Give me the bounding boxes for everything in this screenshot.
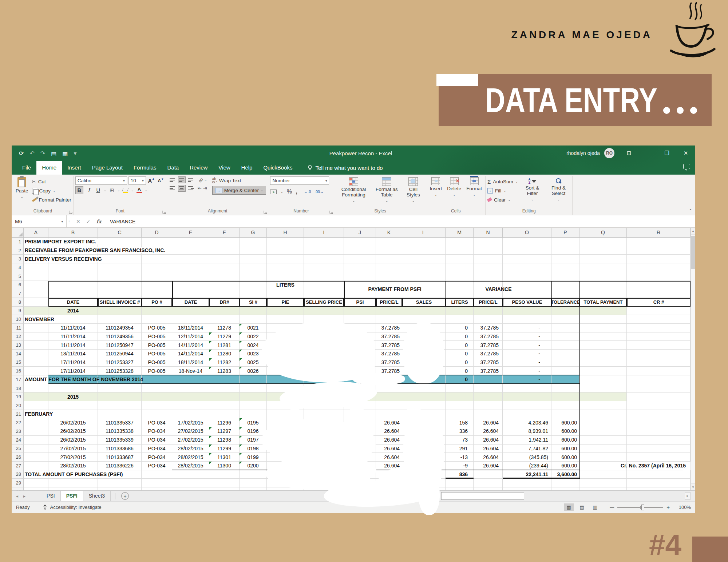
cell-J17[interactable]: [344, 375, 376, 384]
cell-N10[interactable]: [474, 315, 503, 324]
cell-G30[interactable]: [240, 487, 267, 490]
cell-D19[interactable]: [142, 392, 172, 401]
cell-R28[interactable]: [627, 470, 691, 479]
cell-J22[interactable]: [344, 418, 376, 427]
cell-Q7[interactable]: [579, 289, 627, 298]
tell-me-box[interactable]: Tell me what you want to do: [308, 165, 383, 171]
cell-G4[interactable]: [240, 263, 267, 272]
cell-N24[interactable]: 26.604: [474, 436, 503, 445]
cell-P19[interactable]: [551, 392, 579, 401]
cell-Q9[interactable]: [579, 307, 627, 315]
cell-P14[interactable]: [551, 350, 579, 358]
cell-H27[interactable]: [267, 462, 304, 470]
decrease-decimal-icon[interactable]: .00→: [314, 190, 324, 194]
cell-J11[interactable]: [344, 324, 376, 332]
borders-button[interactable]: ⊞: [108, 186, 116, 194]
cell-K21[interactable]: [376, 410, 402, 419]
cell-B11[interactable]: 11/11/2014: [48, 324, 98, 332]
formula-input[interactable]: VARIANCE: [106, 215, 695, 227]
cell-O1[interactable]: [503, 238, 551, 246]
cell-N21[interactable]: [474, 410, 503, 419]
cell-Q29[interactable]: [579, 479, 627, 487]
cell-K8[interactable]: PRICE/L: [376, 298, 402, 307]
cell-G17[interactable]: [240, 375, 267, 384]
menu-tab-page-layout[interactable]: Page Layout: [87, 161, 128, 175]
cell-O9[interactable]: [503, 307, 551, 315]
cell-K4[interactable]: [376, 263, 402, 272]
cell-I17[interactable]: [304, 375, 344, 384]
cell-D27[interactable]: PO-034: [142, 462, 172, 470]
cell-O26[interactable]: (345.85): [503, 453, 551, 462]
row-header-26[interactable]: 26: [12, 453, 24, 462]
cell-H13[interactable]: [267, 341, 304, 350]
cell-D10[interactable]: [142, 315, 172, 324]
cell-C25[interactable]: 1101333686: [98, 445, 142, 453]
zoom-slider[interactable]: — +: [610, 504, 670, 510]
cell-E8[interactable]: DATE: [172, 298, 209, 307]
row-header-29[interactable]: 29: [12, 479, 24, 487]
cell-Q3[interactable]: [579, 255, 627, 263]
decrease-font-button[interactable]: A▼: [157, 177, 165, 185]
row-header-27[interactable]: 27: [12, 462, 24, 470]
row-header-28[interactable]: 28: [12, 470, 24, 479]
cell-P8[interactable]: TOLERANCE: [551, 298, 579, 307]
cell-G27[interactable]: 0200: [240, 462, 267, 470]
cell-J6[interactable]: [344, 280, 376, 289]
cell-K26[interactable]: 26.604: [376, 453, 402, 462]
cell-L7[interactable]: [402, 289, 446, 298]
cell-G20[interactable]: [240, 401, 267, 410]
cell-C15[interactable]: 1101253327: [98, 358, 142, 367]
cell-R29[interactable]: [627, 479, 691, 487]
cell-R15[interactable]: [627, 358, 691, 367]
cell-A19[interactable]: [24, 392, 48, 401]
cell-F21[interactable]: [209, 410, 240, 419]
cell-O16[interactable]: -: [503, 367, 551, 375]
cell-R27[interactable]: Cr. No. 2357 (April 16, 2015: [620, 462, 683, 470]
cell-C7[interactable]: [98, 289, 142, 298]
cell-B30[interactable]: [48, 487, 98, 490]
cell-Q24[interactable]: [579, 436, 627, 445]
cell-Q15[interactable]: [579, 358, 627, 367]
column-header-Q[interactable]: Q: [579, 228, 627, 238]
touch-mode-icon[interactable]: ▤: [51, 150, 56, 157]
scroll-down-icon[interactable]: ▼: [691, 483, 695, 490]
cell-C3[interactable]: [98, 255, 142, 263]
cell-C29[interactable]: [98, 479, 142, 487]
cell-E24[interactable]: 27/02/2015: [172, 436, 209, 445]
column-header-B[interactable]: B: [48, 228, 98, 238]
cell-J4[interactable]: [344, 263, 376, 272]
cell-R4[interactable]: [627, 263, 691, 272]
cell-D8[interactable]: PO #: [142, 298, 172, 307]
cell-O3[interactable]: [503, 255, 551, 263]
cell-M8[interactable]: LITERS: [446, 298, 474, 307]
cell-N20[interactable]: [474, 401, 503, 410]
cell-B27[interactable]: 28/02/2015: [48, 462, 98, 470]
cell-B14[interactable]: 13/11/2014: [48, 350, 98, 358]
cell-G12[interactable]: 0022: [240, 332, 267, 341]
cell-N4[interactable]: [474, 263, 503, 272]
cell-E10[interactable]: [172, 315, 209, 324]
cell-E19[interactable]: [172, 392, 209, 401]
cell-F24[interactable]: 11298: [209, 436, 240, 445]
cell-D16[interactable]: PO-005: [142, 367, 172, 375]
cell-H30[interactable]: [267, 487, 304, 490]
redo-icon[interactable]: ↷: [40, 150, 45, 157]
cell-A7[interactable]: [24, 289, 48, 298]
cell-K10[interactable]: [376, 315, 402, 324]
cell-A5[interactable]: [24, 272, 48, 281]
cell-K13[interactable]: 37.2785: [376, 341, 402, 350]
minimize-button[interactable]: —: [638, 150, 657, 156]
cell-B9[interactable]: 2014: [48, 307, 98, 315]
cell-J19[interactable]: [344, 392, 376, 401]
cell-Q12[interactable]: [579, 332, 627, 341]
column-header-N[interactable]: N: [474, 228, 503, 238]
menu-tab-help[interactable]: Help: [236, 161, 258, 175]
cell-E23[interactable]: 27/02/2015: [172, 427, 209, 436]
cell-J3[interactable]: [344, 255, 376, 263]
underline-button[interactable]: U: [94, 186, 102, 194]
cell-E15[interactable]: 18/11/2014: [172, 358, 209, 367]
cell-A1[interactable]: PRISM IMPORT EXPORT INC.: [24, 238, 48, 246]
cell-D30[interactable]: [142, 487, 172, 490]
accessibility-status[interactable]: Accessibility: Investigate: [42, 505, 102, 510]
cell-N3[interactable]: [474, 255, 503, 263]
